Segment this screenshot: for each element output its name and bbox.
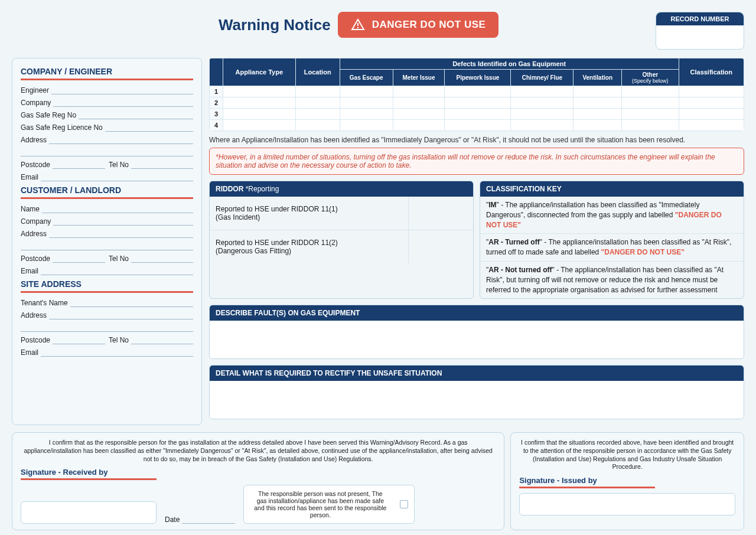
company-section-title: COMPANY / ENGINEER [21,67,193,80]
signature-received-panel: I confirm that as the responsible person… [12,432,504,530]
customer-name-label: Name [21,205,40,213]
describe-faults-box: DESCRIBE FAULT(S) ON GAS EQUIPMENT [209,305,744,359]
col-defects-header: Defects Identified on Gas Equipment [340,58,679,69]
col-pipework-issue: Pipework Issue [445,70,510,86]
customer-postcode-label: Postcode [21,255,50,263]
engineer-label: Engineer [21,86,49,94]
header-row: Warning Notice DANGER DO NOT USE RECORD … [12,12,744,50]
describe-faults-head: DESCRIBE FAULT(S) ON GAS EQUIPMENT [210,305,744,321]
not-present-text: The responsible person was not present, … [254,490,386,518]
company-email-label: Email [21,173,38,181]
site-address-label: Address [21,311,47,319]
classkey-im: "IM" - The appliance/installation has be… [480,197,744,234]
classification-key-panel: CLASSIFICATION KEY "IM" - The appliance/… [480,181,744,299]
col-classification: Classification [679,58,744,86]
col-ventilation: Ventilation [573,70,621,86]
customer-name-input[interactable] [42,205,193,213]
table-row: 3 [210,109,744,119]
col-appliance-type: Appliance Type [223,58,295,86]
describe-faults-input[interactable] [210,321,744,358]
customer-postcode-input[interactable] [53,255,105,263]
sig-issued-input[interactable] [519,493,735,516]
customer-address-input[interactable] [49,230,193,238]
company-input[interactable] [53,99,193,107]
company-postcode-input[interactable] [53,161,105,169]
gas-safe-licence-input[interactable] [105,123,193,132]
issued-disclaimer: I confirm that the situations recorded a… [519,439,735,471]
riddor-head: RIDDOR *Reporting [210,181,473,197]
detail-rectify-head: DETAIL WHAT IS REQUIRED TO RECTIFY THE U… [210,366,744,381]
col-gas-escape: Gas Escape [340,70,393,86]
detail-rectify-box: DETAIL WHAT IS REQUIRED TO RECTIFY THE U… [209,365,744,419]
company-address-input[interactable] [49,136,193,144]
site-postcode-label: Postcode [21,336,50,344]
sig-issued-title: Signature - Issued by [519,476,655,488]
site-email-input[interactable] [41,348,193,357]
company-address-label: Address [21,136,47,144]
date-input[interactable] [182,516,235,524]
detail-rectify-input[interactable] [210,381,744,419]
classkey-ar-not: "AR - Not turned off" - The appliance/in… [480,262,744,298]
riddor-row-2: Reported to HSE under RIDDOR 11(2)(Dange… [210,230,408,263]
defects-tbody: 1 2 3 4 [210,86,744,131]
left-sidebar: COMPANY / ENGINEER Engineer Company Gas … [12,58,202,425]
received-disclaimer: I confirm that as the responsible person… [21,439,496,463]
danger-label: DANGER DO NOT USE [372,19,486,31]
riddor-panel: RIDDOR *Reporting Reported to HSE under … [209,181,474,299]
col-other: Other(Specify below) [622,70,679,86]
classkey-head: CLASSIFICATION KEY [480,181,744,197]
site-telno-input[interactable] [131,336,193,344]
record-number-box: RECORD NUMBER [656,12,744,50]
site-address-input-2[interactable] [21,324,193,332]
site-address-input[interactable] [49,311,193,319]
company-email-input[interactable] [41,173,193,181]
classkey-ar-off: "AR - Turned off" - The appliance/instal… [480,234,744,262]
company-telno-input[interactable] [131,161,193,169]
warning-triangle-icon [351,18,365,32]
svg-point-1 [357,27,359,28]
customer-section-title: CUSTOMER / LANDLORD [21,185,193,199]
site-postcode-input[interactable] [53,336,105,344]
record-number-label: RECORD NUMBER [656,12,744,25]
not-present-checkbox[interactable] [400,500,408,508]
riddor-input-2[interactable] [408,230,473,263]
site-telno-label: Tel No [109,336,129,344]
customer-address-label: Address [21,230,47,238]
sig-received-input[interactable] [21,501,157,524]
customer-company-label: Company [21,217,51,226]
sig-received-title: Signature - Received by [21,468,157,480]
gas-safe-reg-no-label: Gas Safe Reg No [21,111,76,119]
col-meter-issue: Meter Issue [393,70,445,86]
page-title: Warning Notice [219,16,331,34]
company-label: Company [21,99,51,107]
note-text: Where an Appliance/Installation has been… [209,136,744,144]
signature-issued-panel: I confirm that the situations recorded a… [510,432,744,530]
tenant-name-input[interactable] [70,299,193,307]
company-postcode-label: Postcode [21,161,50,169]
site-section-title: SITE ADDRESS [21,279,193,293]
company-address-input-2[interactable] [21,148,193,156]
customer-email-label: Email [21,267,38,275]
gas-safe-licence-label: Gas Safe Reg Licence No [21,123,103,132]
customer-telno-input[interactable] [131,255,193,263]
danger-badge: DANGER DO NOT USE [338,12,499,38]
riddor-row-1: Reported to HSE under RIDDOR 11(1)(Gas I… [210,197,408,230]
table-row: 1 [210,86,744,97]
table-row: 2 [210,97,744,108]
customer-telno-label: Tel No [109,255,129,263]
customer-address-input-2[interactable] [21,242,193,250]
record-number-input[interactable] [656,25,744,49]
riddor-input-1[interactable] [408,197,473,230]
customer-company-input[interactable] [53,217,193,226]
warning-box: *However, in a limited number of situati… [209,148,744,175]
not-present-box: The responsible person was not present, … [243,485,415,524]
customer-email-input[interactable] [41,267,193,275]
tenant-name-label: Tenant's Name [21,299,68,307]
col-location: Location [296,58,340,86]
site-email-label: Email [21,348,38,357]
gas-safe-reg-no-input[interactable] [79,111,193,119]
engineer-input[interactable] [51,86,193,94]
table-row: 4 [210,120,744,131]
col-chimney-flue: Chimney/ Flue [511,70,573,86]
defects-table: Appliance Type Location Defects Identifi… [209,58,744,131]
